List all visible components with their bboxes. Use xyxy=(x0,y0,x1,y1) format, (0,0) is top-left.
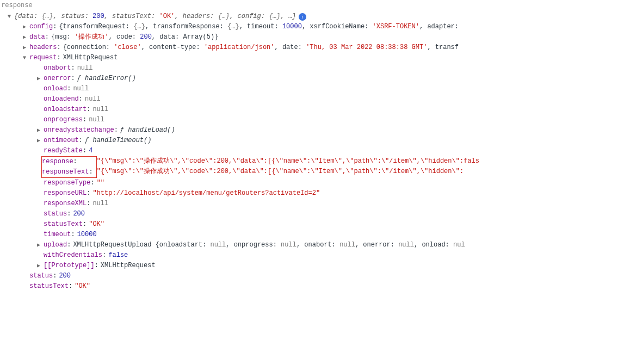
prop-value: {msg: '操作成功', code: 200, data: Array(5)} xyxy=(51,32,218,42)
prop-value: "{\"msg\":\"操作成功\",\"code\":200,\"data\"… xyxy=(97,166,464,177)
expand-arrow-icon[interactable]: ▶ xyxy=(37,75,42,83)
request-child-row[interactable]: ▶responseURL:"http://localhost/api/syste… xyxy=(0,188,624,199)
prop-value: ƒ handleLoad() xyxy=(120,125,175,135)
prop-value: null xyxy=(92,104,108,115)
prop-key: timeout xyxy=(44,230,71,240)
prop-value: false xyxy=(108,250,128,261)
request-child-row[interactable]: ▶timeout:10000 xyxy=(0,230,624,240)
prop-key: responseType xyxy=(44,178,90,188)
prop-value: {connection: 'close', content-type: 'app… xyxy=(63,42,459,53)
prop-value: XMLHttpRequest xyxy=(63,53,118,63)
prop-key: onload xyxy=(44,84,67,94)
prop-key: ontimeout xyxy=(44,135,79,146)
prop-key: onloadend xyxy=(44,94,79,104)
prop-key: headers xyxy=(29,42,57,53)
prop-value: null xyxy=(85,94,101,104)
prop-key: onabort xyxy=(44,63,71,73)
prop-key: onreadystatechange xyxy=(44,125,114,135)
prop-key: status xyxy=(44,209,67,219)
headers-row[interactable]: ▶ headers: {connection: 'close', content… xyxy=(0,42,624,53)
response-title: response xyxy=(0,0,624,10)
prop-key: readyState xyxy=(44,146,83,156)
prop-value: null xyxy=(92,199,108,209)
prop-key: onerror xyxy=(44,73,71,84)
expand-arrow-icon[interactable]: ▼ xyxy=(8,13,13,21)
prop-value: 200 xyxy=(59,271,71,281)
withcredentials-row[interactable]: ▶ withCredentials: false xyxy=(0,250,624,261)
prop-value: 10000 xyxy=(77,230,97,240)
request-child-row[interactable]: ▶onprogress:null xyxy=(0,115,624,125)
request-child-row[interactable]: ▶readyState:4 xyxy=(0,146,624,156)
expand-arrow-icon[interactable]: ▶ xyxy=(23,44,28,52)
prop-value: 200 xyxy=(73,209,85,219)
prop-value: "OK" xyxy=(89,219,104,230)
prop-value: ƒ handleTimeout() xyxy=(85,135,151,146)
request-row[interactable]: ▼ request: XMLHttpRequest xyxy=(0,53,624,63)
prop-value: "{\"msg\":\"操作成功\",\"code\":200,\"data\"… xyxy=(97,156,479,166)
prop-value: null xyxy=(77,63,93,73)
expand-arrow-icon[interactable]: ▶ xyxy=(23,33,28,42)
prototype-row[interactable]: ▶ [[Prototype]]: XMLHttpRequest xyxy=(0,261,624,271)
expand-arrow-icon[interactable]: ▶ xyxy=(37,241,42,250)
prop-key: responseXML xyxy=(44,199,87,209)
expand-arrow-icon[interactable]: ▶ xyxy=(37,137,42,145)
info-icon[interactable]: i xyxy=(299,13,306,21)
prop-key: [[Prototype]] xyxy=(44,261,95,271)
expand-arrow-icon[interactable]: ▶ xyxy=(37,262,42,270)
object-summary-row[interactable]: ▼ {data: {…}, status: 200, statusText: '… xyxy=(0,11,624,22)
request-child-row[interactable]: ▶onloadend:null xyxy=(0,94,624,104)
prop-value: {transformRequest: {…}, transformRespons… xyxy=(59,22,459,32)
request-child-row[interactable]: ▶status:200 xyxy=(0,209,624,219)
prop-value: ƒ handleError() xyxy=(77,73,136,84)
prop-key: statusText xyxy=(44,219,83,230)
data-row[interactable]: ▶ data: {msg: '操作成功', code: 200, data: A… xyxy=(0,32,624,42)
prop-value: null xyxy=(73,84,89,94)
upload-row[interactable]: ▶ upload: XMLHttpRequestUpload {onloadst… xyxy=(0,240,624,250)
highlighted-keys: response:responseText: xyxy=(41,156,97,178)
tail-row[interactable]: ▶statusText:"OK" xyxy=(0,281,624,292)
request-child-row[interactable]: ▶onerror:ƒ handleError() xyxy=(0,73,624,84)
prop-key: withCredentials xyxy=(44,250,102,261)
request-child-row[interactable]: ▶onload:null xyxy=(0,84,624,94)
request-child-row[interactable]: ▶statusText:"OK" xyxy=(0,219,624,230)
expand-arrow-icon[interactable]: ▼ xyxy=(23,54,28,63)
prop-value: "OK" xyxy=(75,281,90,292)
prop-value: "" xyxy=(97,178,104,188)
request-child-row[interactable]: ▶onloadstart:null xyxy=(0,104,624,115)
prop-key: upload xyxy=(44,240,67,250)
prop-key: onprogress xyxy=(44,115,83,125)
prop-key: config xyxy=(29,22,53,32)
request-child-row[interactable]: ▶onreadystatechange:ƒ handleLoad() xyxy=(0,125,624,135)
object-summary-text: {data: {…}, status: 200, statusText: 'OK… xyxy=(14,11,296,22)
request-child-row[interactable]: ▶responseXML:null xyxy=(0,199,624,209)
prop-key: request xyxy=(29,53,57,63)
prop-value: XMLHttpRequestUpload {onloadstart: null,… xyxy=(73,240,465,250)
config-row[interactable]: ▶ config: {transformRequest: {…}, transf… xyxy=(0,22,624,32)
request-child-row[interactable]: ▶ontimeout:ƒ handleTimeout() xyxy=(0,135,624,146)
prop-value: 4 xyxy=(89,146,92,156)
prop-key: onloadstart xyxy=(44,104,87,115)
request-child-row[interactable]: ▶onabort:null xyxy=(0,63,624,73)
prop-key: statusText xyxy=(29,281,69,292)
expand-arrow-icon[interactable]: ▶ xyxy=(37,126,42,135)
prop-key: status xyxy=(29,271,53,281)
prop-value: "http://localhost/api/system/menu/getRou… xyxy=(92,188,320,199)
request-child-row[interactable]: ▶responseType:"" xyxy=(0,178,624,188)
tail-row[interactable]: ▶status:200 xyxy=(0,271,624,281)
expand-arrow-icon[interactable]: ▶ xyxy=(23,23,28,32)
prop-value: XMLHttpRequest xyxy=(101,261,156,271)
prop-key: responseURL xyxy=(44,188,87,199)
prop-value: null xyxy=(89,115,104,125)
prop-key: data xyxy=(29,32,45,42)
